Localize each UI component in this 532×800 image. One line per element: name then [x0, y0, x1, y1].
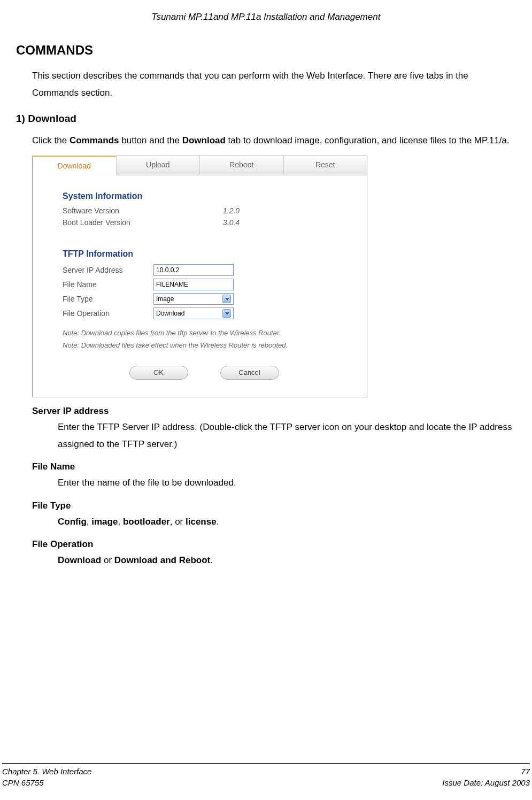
tftp-info-title: TFTP Information: [63, 249, 345, 259]
file-operation-select[interactable]: Download: [153, 307, 234, 319]
server-ip-input[interactable]: [153, 264, 234, 276]
tab-bar: Download Upload Reboot Reset: [33, 156, 367, 175]
bold-download: Download: [182, 135, 226, 145]
bold-license: license: [186, 517, 217, 527]
heading-commands: COMMANDS: [16, 43, 516, 58]
doc-header: Tsunami MP.11and MP.11a Installation and…: [0, 0, 532, 22]
file-operation-label: File Operation: [63, 309, 153, 318]
cancel-button[interactable]: Cancel: [220, 366, 279, 380]
text-fragment: ,: [118, 517, 122, 527]
file-type-value: Image: [156, 295, 174, 303]
software-version-label: Software Version: [63, 206, 223, 215]
def-file-operation-body: Download or Download and Reboot.: [58, 552, 516, 569]
footer-chapter: Chapter 5. Web Interface: [2, 766, 91, 777]
download-paragraph: Click the Commands button and the Downlo…: [32, 132, 516, 149]
ok-button[interactable]: OK: [129, 366, 188, 380]
software-version-value: 1.2.0: [223, 206, 240, 215]
chevron-down-icon: [222, 295, 231, 303]
file-type-label: File Type: [63, 295, 153, 303]
def-server-ip-term: Server IP address: [32, 406, 516, 417]
file-name-input[interactable]: [153, 279, 234, 290]
text-fragment: or: [101, 555, 114, 565]
chevron-down-icon: [222, 309, 231, 318]
intro-paragraph: This section describes the commands that…: [32, 67, 516, 102]
note-1: Note: Download copies files from the tft…: [63, 328, 345, 339]
server-ip-label: Server IP Address: [63, 266, 153, 274]
footer-cpn: CPN 65755: [2, 777, 44, 788]
text-fragment: ,: [87, 517, 91, 527]
def-file-operation-term: File Operation: [32, 539, 516, 550]
bold-bootloader: bootloader: [123, 517, 170, 527]
boot-loader-label: Boot Loader Version: [63, 218, 223, 227]
bold-config: Config: [58, 517, 87, 527]
footer-issue-date: Issue Date: August 2003: [442, 777, 530, 788]
bold-download: Download: [58, 555, 101, 565]
tab-upload[interactable]: Upload: [117, 156, 201, 175]
heading-download: 1) Download: [16, 113, 516, 125]
footer-page-number: 77: [521, 766, 530, 777]
tab-reset[interactable]: Reset: [284, 156, 367, 175]
boot-loader-value: 3.0.4: [223, 218, 240, 227]
file-name-label: File Name: [63, 280, 153, 289]
text-fragment: .: [217, 517, 219, 527]
bold-commands: Commands: [70, 135, 119, 145]
file-type-select[interactable]: Image: [153, 293, 234, 305]
def-file-type-body: Config, image, bootloader, or license.: [58, 513, 516, 530]
text-fragment: , or: [170, 517, 186, 527]
def-file-type-term: File Type: [32, 501, 516, 511]
def-file-name-term: File Name: [32, 461, 516, 472]
def-file-name-body: Enter the name of the file to be downloa…: [58, 474, 516, 491]
download-panel: Download Upload Reboot Reset System Info…: [32, 156, 367, 397]
text-fragment: .: [210, 555, 213, 565]
def-server-ip-body: Enter the TFTP Server IP address. (Doubl…: [58, 419, 516, 453]
bold-download-reboot: Download and Reboot: [114, 555, 210, 565]
system-info-title: System Information: [63, 191, 345, 201]
text-fragment: Click the: [32, 135, 70, 145]
page-footer: Chapter 5. Web Interface 77 CPN 65755 Is…: [0, 763, 532, 788]
note-2: Note: Downloaded files take effect when …: [63, 340, 345, 351]
bold-image: image: [91, 517, 118, 527]
file-operation-value: Download: [156, 310, 184, 317]
tab-download[interactable]: Download: [33, 156, 117, 175]
text-fragment: button and the: [119, 135, 182, 145]
text-fragment: tab to download image, configuration, an…: [226, 135, 510, 145]
tab-reboot[interactable]: Reboot: [200, 156, 284, 175]
